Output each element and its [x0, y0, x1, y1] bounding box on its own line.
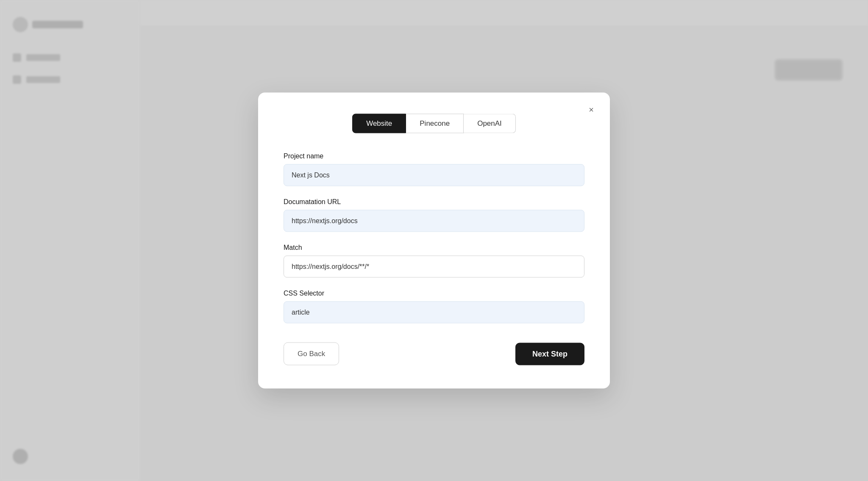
project-name-label: Project name [284, 152, 584, 160]
match-input[interactable] [284, 256, 584, 278]
tab-pinecone[interactable]: Pinecone [406, 114, 464, 133]
go-back-button[interactable]: Go Back [284, 343, 339, 365]
project-name-group: Project name [284, 152, 584, 186]
modal-footer: Go Back Next Step [284, 343, 584, 365]
project-name-input[interactable] [284, 164, 584, 186]
close-icon: × [589, 105, 594, 114]
tab-group: Website Pinecone OpenAI [284, 114, 584, 133]
documentation-url-label: Documatation URL [284, 198, 584, 206]
css-selector-label: CSS Selector [284, 290, 584, 297]
match-group: Match [284, 244, 584, 278]
css-selector-group: CSS Selector [284, 290, 584, 323]
close-button[interactable]: × [584, 103, 598, 116]
tab-website[interactable]: Website [352, 114, 406, 133]
next-step-button[interactable]: Next Step [515, 343, 584, 365]
documentation-url-group: Documatation URL [284, 198, 584, 232]
documentation-url-input[interactable] [284, 210, 584, 232]
modal-dialog: × Website Pinecone OpenAI Project name D… [258, 93, 610, 389]
tab-openai[interactable]: OpenAI [464, 114, 516, 133]
match-label: Match [284, 244, 584, 252]
css-selector-input[interactable] [284, 301, 584, 323]
